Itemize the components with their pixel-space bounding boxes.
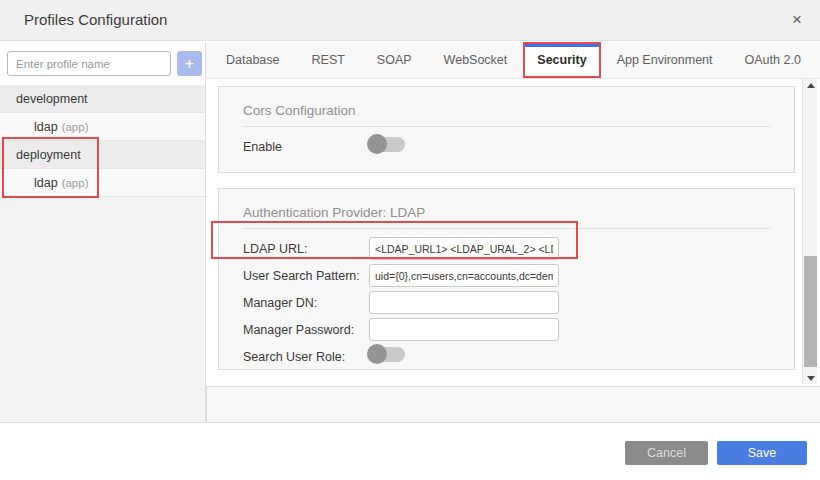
tab-soap[interactable]: SOAP <box>361 42 428 78</box>
toggle-knob-icon <box>367 134 387 154</box>
manager-dn-label: Manager DN: <box>243 296 317 310</box>
app-label: ldap <box>34 120 58 134</box>
cors-section-title: Cors Configuration <box>243 103 770 118</box>
tab-websocket[interactable]: WebSocket <box>428 42 524 78</box>
user-search-pattern-label: User Search Pattern: <box>243 269 360 283</box>
vertical-scrollbar[interactable] <box>802 79 817 384</box>
sidebar-item-ldap-app-2[interactable]: ldap(app) <box>0 169 205 197</box>
cors-enable-toggle[interactable] <box>369 137 405 152</box>
profile-label: development <box>16 92 88 106</box>
close-icon[interactable]: × <box>786 9 808 31</box>
profile-label: deployment <box>16 148 81 162</box>
sidebar-item-deployment[interactable]: deployment <box>0 141 205 169</box>
tab-security[interactable]: Security <box>523 42 600 78</box>
scroll-up-icon[interactable] <box>803 79 818 91</box>
app-suffix: (app) <box>62 177 89 189</box>
cors-configuration-section: Cors Configuration Enable <box>218 86 795 173</box>
app-label: ldap <box>34 176 58 190</box>
ldap-url-label: LDAP URL: <box>243 242 307 256</box>
profiles-configuration-dialog: Profiles Configuration × + development l… <box>0 0 820 480</box>
sidebar-item-ldap-app-1[interactable]: ldap(app) <box>0 113 205 141</box>
ldap-url-row: LDAP URL: <box>243 235 770 262</box>
profile-input-row: + <box>0 42 205 85</box>
section-divider <box>243 228 770 229</box>
dialog-title: Profiles Configuration <box>24 11 167 28</box>
manager-password-input[interactable] <box>369 318 559 341</box>
scroll-down-icon[interactable] <box>803 372 818 384</box>
ldap-provider-section: Authentication Provider: LDAP LDAP URL: … <box>218 188 795 370</box>
profile-name-input[interactable] <box>7 51 171 76</box>
search-user-role-row: Search User Role: <box>243 343 770 369</box>
cancel-button[interactable]: Cancel <box>625 441 708 465</box>
tab-oauth20[interactable]: OAuth 2.0 <box>729 42 817 78</box>
sidebar-item-development[interactable]: development <box>0 85 205 113</box>
bottom-empty-section <box>206 386 820 423</box>
profile-list: development ldap(app) deployment ldap(ap… <box>0 85 205 197</box>
manager-dn-row: Manager DN: <box>243 289 770 316</box>
save-button[interactable]: Save <box>717 441 807 465</box>
dialog-header: Profiles Configuration × <box>0 0 820 41</box>
manager-password-label: Manager Password: <box>243 323 354 337</box>
search-user-role-label: Search User Role: <box>243 350 345 364</box>
user-search-pattern-input[interactable] <box>369 264 559 287</box>
manager-dn-input[interactable] <box>369 291 559 314</box>
tab-bar: Database REST SOAP WebSocket Security Ap… <box>206 42 820 79</box>
section-divider <box>243 126 770 127</box>
tab-app-environment[interactable]: App Environment <box>601 42 729 78</box>
tab-database[interactable]: Database <box>210 42 296 78</box>
profiles-sidebar: + development ldap(app) deployment ldap(… <box>0 42 206 423</box>
enable-label: Enable <box>243 140 282 154</box>
scrollbar-thumb[interactable] <box>804 256 817 367</box>
main-panel: Database REST SOAP WebSocket Security Ap… <box>206 42 820 423</box>
cors-enable-row: Enable <box>243 133 770 159</box>
manager-password-row: Manager Password: <box>243 316 770 343</box>
add-profile-button[interactable]: + <box>177 51 202 76</box>
toggle-knob-icon <box>367 344 387 364</box>
user-search-pattern-row: User Search Pattern: <box>243 262 770 289</box>
tab-rest[interactable]: REST <box>296 42 361 78</box>
ldap-section-title: Authentication Provider: LDAP <box>243 205 770 220</box>
ldap-url-input[interactable] <box>369 237 559 260</box>
dialog-footer: Cancel Save <box>0 424 820 480</box>
search-user-role-toggle[interactable] <box>369 347 405 362</box>
app-suffix: (app) <box>62 121 89 133</box>
